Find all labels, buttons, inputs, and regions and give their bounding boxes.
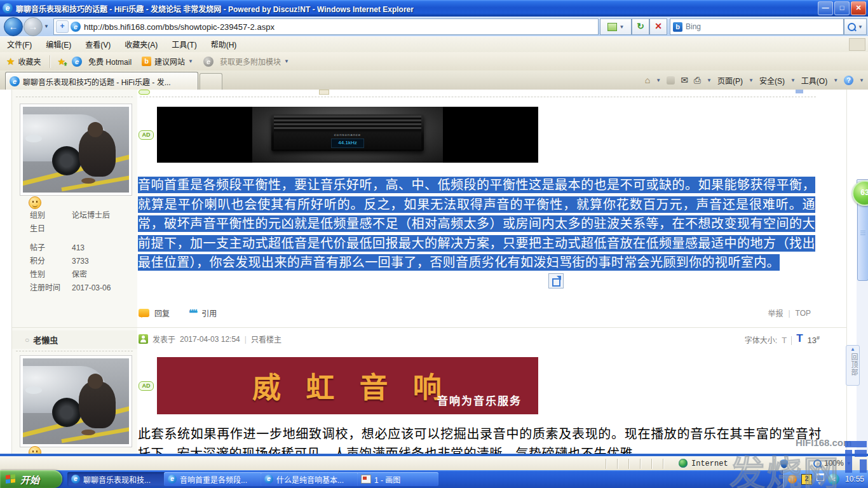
zoom-dropdown-icon[interactable]: ▼	[846, 461, 851, 466]
home-icon[interactable]: ⌂	[645, 75, 650, 85]
hotmail-label[interactable]: 免费 Hotmail	[88, 56, 132, 67]
mood-smiley-icon	[29, 196, 41, 209]
add-favorite-icon[interactable]: ★	[57, 57, 65, 67]
author-info-table: 组别 论坛博士后 生日 帖子 413 积分 3733 性别 保密	[30, 209, 132, 295]
menu-edit[interactable]: 编辑(E)	[39, 37, 78, 53]
taskbar-task-paint[interactable]: 1 - 画图	[357, 472, 438, 486]
help-icon[interactable]: ?	[844, 76, 853, 85]
weihong-banner-ad[interactable]: 威 虹 音 响 音响为音乐服务	[157, 357, 538, 414]
font-larger-button[interactable]: T	[796, 332, 803, 345]
tab-active[interactable]: e 聊聊音乐表现和技巧的话题 - HiFi乐趣 - 发...	[5, 72, 198, 90]
author2-username[interactable]: 老懒虫	[33, 334, 58, 346]
shield-plus-icon[interactable]: +	[56, 20, 69, 33]
suggested-sites-icon: b	[142, 57, 151, 66]
mail-icon[interactable]: ✉	[681, 75, 688, 85]
info-label: 帖子	[30, 241, 72, 255]
open-link-square	[552, 278, 560, 287]
font-smaller-button[interactable]: T	[782, 336, 787, 345]
start-button[interactable]: 开始	[0, 470, 62, 488]
banner-subtitle: 音响为音乐服务	[437, 392, 522, 408]
tab-title[interactable]: 聊聊音乐表现和技巧的话题 - HiFi乐趣 - 发...	[23, 76, 171, 87]
menu-view[interactable]: 查看(V)	[78, 37, 118, 53]
suggested-sites-dropdown-icon[interactable]: ▼	[188, 58, 193, 64]
posted-label: 发表于	[153, 334, 175, 344]
taskbar-task-2[interactable]: e 音响首重是各频段...	[164, 472, 264, 486]
tray-input-method-icon[interactable]: 2	[801, 474, 812, 485]
search-placeholder[interactable]: Bing	[686, 22, 701, 31]
printer-icon[interactable]: ⎙	[694, 75, 701, 86]
tools-menu[interactable]: 工具(O)	[801, 75, 827, 86]
safety-menu[interactable]: 安全(S)	[759, 75, 785, 86]
address-dropdown-icon[interactable]: ▼	[620, 24, 625, 30]
tray-window-icon[interactable]	[817, 473, 824, 481]
tray-clock[interactable]: 10:55	[845, 475, 864, 484]
suggested-sites-label[interactable]: 建议网站	[154, 56, 185, 67]
ie-icon: e	[3, 3, 13, 13]
cut-ad-badge	[139, 90, 150, 95]
report-link[interactable]: 举报	[768, 308, 783, 318]
back-to-top-label[interactable]: 回顶部	[849, 353, 859, 376]
tray-messenger-icon[interactable]: <	[828, 473, 839, 485]
highlighted-text[interactable]: 音响首重是各频段平衡性，要让音乐好听，高、中、低频段的平衡性这是最本的也是不可或…	[138, 177, 815, 271]
avatar[interactable]	[20, 355, 132, 447]
back-button[interactable]: ←	[4, 17, 23, 36]
protected-mode-shield-icon[interactable]	[780, 459, 788, 468]
rss-icon[interactable]	[667, 76, 675, 85]
addons-dropdown-icon[interactable]: ▼	[284, 58, 289, 64]
favorite-hotmail[interactable]: e 免费 Hotmail	[72, 56, 132, 67]
task-label: 什么是纯音响基本...	[276, 474, 344, 485]
search-box[interactable]: b Bing	[670, 18, 844, 35]
help-dropdown-icon[interactable]: ▼	[859, 78, 864, 83]
url-text[interactable]: http://bbs.hifi168.com/bbs/showtopic-239…	[84, 22, 275, 32]
reply-bubble-icon	[139, 309, 149, 317]
tray-orange-icon[interactable]	[788, 475, 797, 484]
forward-button[interactable]: →	[24, 17, 43, 36]
back-to-top-widget[interactable]: ▲ 回顶部	[846, 345, 860, 386]
favorites-button[interactable]: 收藏夹	[18, 56, 41, 67]
addons-label[interactable]: 获取更多附加模块	[220, 56, 281, 67]
menu-file[interactable]: 文件(F)	[0, 37, 39, 53]
info-row-posts: 帖子 413	[30, 241, 132, 255]
maximize-button[interactable]: □	[834, 1, 850, 15]
page-dropdown-icon[interactable]: ▼	[749, 78, 754, 83]
tools-dropdown-icon[interactable]: ▼	[833, 78, 838, 83]
search-dropdown-icon[interactable]: ▼	[858, 24, 863, 30]
back-to-top-arrow-icon: ▲	[846, 346, 859, 353]
favorite-suggested-sites[interactable]: b 建议网站 ▼	[142, 56, 193, 67]
vertical-scrollbar[interactable]: ▲ ▲	[857, 179, 868, 456]
minimize-button[interactable]: —	[818, 1, 833, 15]
top-link[interactable]: TOP	[796, 309, 811, 318]
address-bar[interactable]: + e http://bbs.hifi168.com/bbs/showtopic…	[53, 18, 599, 35]
avatar[interactable]	[20, 104, 132, 196]
close-button[interactable]: ✕	[851, 1, 866, 15]
tab-new-stub[interactable]	[200, 73, 222, 90]
safety-dropdown-icon[interactable]: ▼	[790, 78, 796, 83]
page-menu[interactable]: 页面(P)	[717, 75, 743, 86]
stop-button[interactable]: ✕	[649, 18, 667, 35]
zoom-control[interactable]: 100% ▼	[813, 459, 851, 468]
favorite-addons[interactable]: e 获取更多附加模块 ▼	[203, 56, 289, 67]
dac-front-panel: consonance 44.1kHz	[274, 132, 421, 149]
search-button[interactable]: ▼	[844, 18, 867, 35]
refresh-button[interactable]: ↻	[632, 18, 649, 35]
home-dropdown-icon[interactable]: ▼	[656, 78, 661, 83]
menu-help[interactable]: 帮助(H)	[204, 37, 244, 53]
menu-tools[interactable]: 工具(T)	[165, 37, 203, 53]
printer-dropdown-icon[interactable]: ▼	[707, 78, 712, 83]
product-ad-image[interactable]: consonance 44.1kHz	[157, 107, 538, 163]
task-label: 聊聊音乐表现和技...	[83, 474, 151, 485]
reply-button[interactable]: 回复	[154, 308, 170, 318]
quote-button[interactable]: 引用	[201, 308, 217, 318]
addons-ie-icon: e	[203, 57, 214, 67]
history-dropdown-icon[interactable]: ▼	[44, 24, 49, 29]
view-author-link[interactable]: 只看楼主	[251, 334, 281, 344]
tray-chevron-icon[interactable]: ▼	[817, 481, 822, 485]
avatar-bowl-shape	[81, 430, 95, 435]
open-link-icon[interactable]	[548, 273, 564, 288]
taskbar-task-3[interactable]: e 什么是纯音响基本...	[261, 472, 361, 486]
compatibility-view-button[interactable]: ▼	[600, 18, 632, 35]
taskbar-task-1[interactable]: e 聊聊音乐表现和技...	[67, 472, 168, 486]
dac-brand-text: consonance	[274, 133, 421, 137]
zoom-level[interactable]: 100%	[824, 459, 844, 468]
menu-favorites[interactable]: 收藏夹(A)	[118, 37, 165, 53]
